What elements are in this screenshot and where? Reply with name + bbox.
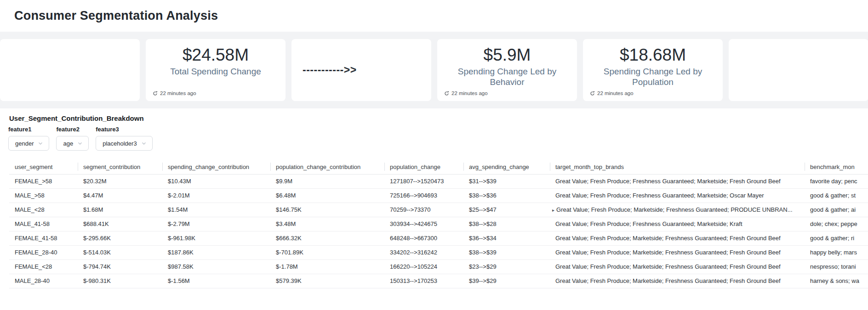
cell-target-month-top-brands: Great Value; Fresh Produce; Freshness Gu…	[550, 188, 805, 203]
behavior-spending-value: $5.9M	[484, 45, 531, 65]
cell-segment-contribution: $-514.03K	[78, 245, 162, 259]
feature2-select[interactable]: age	[56, 136, 89, 151]
cell-population-change: 150313-->170253	[384, 274, 463, 288]
updated-text: 22 minutes ago	[451, 90, 488, 96]
page-title: Consumer Segmentation Analysis	[14, 9, 218, 23]
col-population-change: population_change	[384, 160, 463, 174]
cell-benchmark-month-top-brands: good & gather; ri	[805, 231, 868, 245]
refresh-icon	[444, 91, 449, 96]
cell-target-month-top-brands: Great Value; Fresh Produce; Marketside; …	[550, 259, 805, 274]
cell-user-segment: MALE_41-58	[9, 217, 78, 231]
feature3-select[interactable]: placeholder3	[96, 136, 152, 151]
feature3-value: placeholder3	[103, 140, 137, 147]
cell-population-change-contribution: $146.75K	[270, 203, 384, 217]
col-benchmark-month: benchmark_mon	[805, 160, 868, 174]
col-spending-change-contribution: spending_change_contribution	[162, 160, 270, 174]
feature1-label: feature1	[8, 126, 49, 133]
cell-population-change: 334202-->316242	[384, 245, 463, 259]
col-user-segment: user_segment	[9, 160, 78, 174]
chevron-down-icon	[38, 141, 43, 146]
cell-benchmark-month-top-brands: good & gather; st	[805, 188, 868, 203]
cell-segment-contribution: $-980.31K	[78, 274, 162, 288]
cell-spending-change-contribution: $187.86K	[162, 245, 270, 259]
cell-user-segment: FEMALE_>58	[9, 174, 78, 188]
feature3-label: feature3	[96, 126, 152, 133]
refresh-icon	[153, 91, 158, 96]
cell-avg-spending-change: $38-->$36	[463, 188, 550, 203]
breakdown-panel: User_Segment_Contribution_Breakdown feat…	[0, 108, 868, 310]
cell-avg-spending-change: $39-->$29	[463, 274, 550, 288]
cell-spending-change-contribution: $-2.79M	[162, 217, 270, 231]
table-row: MALE_<28 $1.68M $1.54M $146.75K 70259-->…	[9, 203, 868, 217]
behavior-spending-label: Spending Change Led by Behavior	[437, 66, 577, 87]
col-segment-contribution: segment_contribution	[78, 160, 162, 174]
cell-avg-spending-change: $31-->$39	[463, 174, 550, 188]
population-spending-label: Spending Change Led by Population	[583, 66, 723, 87]
table-header-row: user_segment segment_contribution spendi…	[9, 160, 868, 174]
empty-card-right	[729, 39, 868, 101]
cell-population-change-contribution: $579.39K	[270, 274, 384, 288]
expand-row-icon[interactable]: ▸	[552, 208, 554, 213]
cell-target-month-top-brands: Great Value; Fresh Produce; Marketside; …	[550, 274, 805, 288]
cell-target-month-top-brands: Great Value; Fresh Produce; Freshness Gu…	[550, 217, 805, 231]
cell-user-segment: MALE_>58	[9, 188, 78, 203]
cell-spending-change-contribution: $10.43M	[162, 174, 270, 188]
cell-segment-contribution: $-295.66K	[78, 231, 162, 245]
flow-arrow-card: ----------->>	[291, 39, 431, 101]
cell-population-change: 725166-->904693	[384, 188, 463, 203]
feature1-value: gender	[15, 140, 34, 147]
feature2-group: feature2 age	[56, 126, 89, 151]
feature1-group: feature1 gender	[8, 126, 49, 151]
breakdown-title: User_Segment_Contribution_Breakdown	[9, 114, 868, 122]
updated-text: 22 minutes ago	[160, 90, 196, 96]
col-target-month-top-brands: target_month_top_brands	[550, 160, 805, 174]
cell-spending-change-contribution: $1.54M	[162, 203, 270, 217]
cell-target-month-top-brands: ▸Great Value; Fresh Produce; Marketside;…	[550, 203, 805, 217]
total-spending-card: $24.58M Total Spending Change 22 minutes…	[146, 39, 286, 101]
feature2-label: feature2	[56, 126, 89, 133]
cell-population-change-contribution: $-701.89K	[270, 245, 384, 259]
cell-target-month-top-brands: Great Value; Fresh Produce; Freshness Gu…	[550, 174, 805, 188]
cell-spending-change-contribution: $-961.98K	[162, 231, 270, 245]
cell-population-change-contribution: $3.48M	[270, 217, 384, 231]
cell-avg-spending-change: $36-->$34	[463, 231, 550, 245]
cell-segment-contribution: $688.41K	[78, 217, 162, 231]
cell-avg-spending-change: $38-->$39	[463, 245, 550, 259]
cell-avg-spending-change: $23-->$29	[463, 259, 550, 274]
cell-population-change-contribution: $9.9M	[270, 174, 384, 188]
cell-benchmark-month-top-brands: happy belly; mars	[805, 245, 868, 259]
population-spending-value: $18.68M	[620, 45, 686, 65]
card-updated-status: 22 minutes ago	[590, 90, 634, 96]
cell-segment-contribution: $4.47M	[78, 188, 162, 203]
cell-benchmark-month-top-brands: harney & sons; wa	[805, 274, 868, 288]
cell-segment-contribution: $1.68M	[78, 203, 162, 217]
cell-benchmark-month-top-brands: good & gather; ai	[805, 203, 868, 217]
card-updated-status: 22 minutes ago	[153, 90, 196, 96]
table-row: FEMALE_28-40 $-514.03K $187.86K $-701.89…	[9, 245, 868, 259]
table-row: MALE_41-58 $688.41K $-2.79M $3.48M 30393…	[9, 217, 868, 231]
cell-benchmark-month-top-brands: dole; chex; peppe	[805, 217, 868, 231]
table-row: MALE_28-40 $-980.31K $-1.56M $579.39K 15…	[9, 274, 868, 288]
cell-segment-contribution: $-794.74K	[78, 259, 162, 274]
total-spending-value: $24.58M	[183, 45, 249, 65]
col-population-change-contribution: population_change_contribution	[270, 160, 384, 174]
table-row: MALE_>58 $4.47M $-2.01M $6.48M 725166-->…	[9, 188, 868, 203]
cell-segment-contribution: $20.32M	[78, 174, 162, 188]
cell-user-segment: MALE_<28	[9, 203, 78, 217]
empty-card-left	[0, 39, 140, 101]
metric-cards-row: $24.58M Total Spending Change 22 minutes…	[0, 39, 868, 101]
updated-text: 22 minutes ago	[597, 90, 634, 96]
page-header: Consumer Segmentation Analysis	[0, 0, 868, 32]
chevron-down-icon	[141, 141, 147, 146]
cell-avg-spending-change: $25-->$47	[463, 203, 550, 217]
cell-population-change: 166220-->105224	[384, 259, 463, 274]
cell-benchmark-month-top-brands: favorite day; penc	[805, 174, 868, 188]
behavior-spending-card: $5.9M Spending Change Led by Behavior 22…	[437, 39, 577, 101]
cell-population-change: 1271807-->1520473	[384, 174, 463, 188]
feature3-group: feature3 placeholder3	[96, 126, 152, 151]
col-avg-spending-change: avg_spending_change	[463, 160, 550, 174]
cell-population-change-contribution: $-1.78M	[270, 259, 384, 274]
feature1-select[interactable]: gender	[8, 136, 49, 151]
cell-target-month-top-brands: Great Value; Fresh Produce; Marketside; …	[550, 245, 805, 259]
cell-user-segment: FEMALE_28-40	[9, 245, 78, 259]
